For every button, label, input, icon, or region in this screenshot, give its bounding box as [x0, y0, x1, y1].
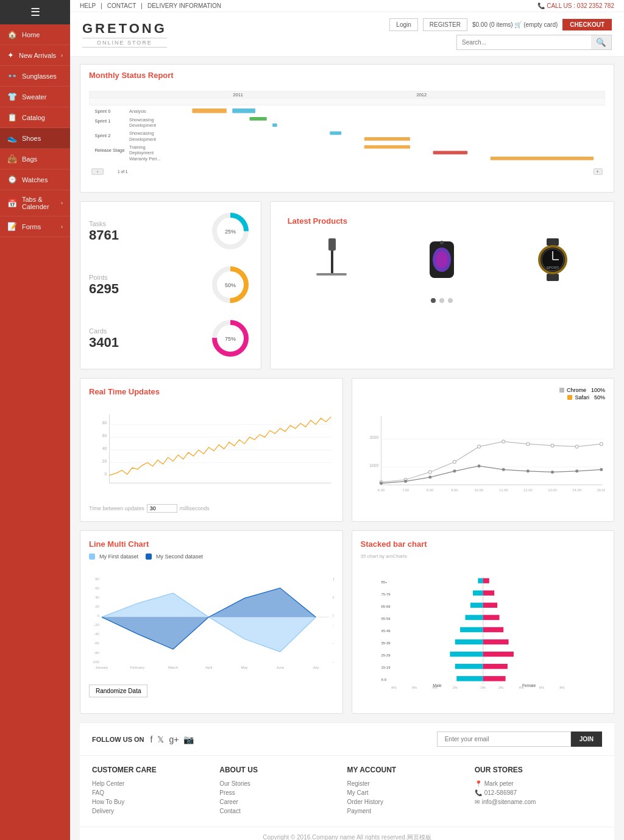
email-input[interactable] — [437, 731, 571, 747]
selfie-stick-image — [304, 235, 359, 284]
follow-icons: f 𝕏 g+ 📷 — [151, 735, 194, 744]
customer-care-title: CUSTOMER CARE — [92, 766, 219, 774]
register-button[interactable]: REGISTER — [423, 18, 467, 31]
svg-rect-143 — [450, 652, 483, 657]
sidebar-label-tabs-calender: Tabs & Calender — [22, 196, 61, 210]
store-name: 📍 Mark peter — [475, 780, 602, 787]
svg-point-85 — [477, 445, 480, 448]
sidebar-item-sunglasses[interactable]: 👓 Sunglasses — [0, 66, 70, 87]
faq-link[interactable]: FAQ — [92, 789, 219, 796]
svg-text:6%: 6% — [539, 686, 544, 689]
sidebar-item-home[interactable]: 🏠 Home — [0, 24, 70, 45]
contact-link[interactable]: CONTACT — [107, 2, 136, 9]
our-stories-link[interactable]: Our Stories — [219, 780, 347, 787]
svg-text:Male: Male — [433, 684, 442, 688]
twitter-icon[interactable]: 𝕏 — [157, 735, 164, 744]
brand-name: GRETONG — [82, 21, 167, 37]
chevron-right-icon-3: › — [61, 224, 63, 230]
search-button[interactable]: 🔍 — [591, 35, 611, 49]
product-dots — [279, 298, 605, 303]
svg-text:10.00: 10.00 — [474, 488, 483, 492]
store-person-name: Mark peter — [484, 780, 514, 787]
phone-store-icon: 📞 — [475, 789, 482, 796]
sidebar-toggle[interactable]: ☰ — [0, 0, 70, 24]
sidebar-item-catalog[interactable]: 📋 Catalog — [0, 107, 70, 128]
svg-text:6.00: 6.00 — [377, 488, 385, 492]
help-link[interactable]: HELP — [80, 2, 96, 9]
product-watch: SPORT — [525, 235, 580, 286]
store-phone-number: 012-586987 — [484, 789, 517, 796]
svg-text:100: 100 — [333, 577, 334, 581]
shoes-icon: 👟 — [7, 133, 17, 143]
stacked-subtitle: 35 chart by amCharts — [361, 553, 606, 559]
checkout-button[interactable]: CHECKOUT — [562, 19, 612, 30]
stats-products-row: Tasks 8761 25% Points 6 — [80, 201, 614, 369]
line-multi-title: Line Multi Chart — [89, 539, 334, 549]
svg-text:Sprint 1: Sprint 1 — [94, 118, 110, 124]
instagram-icon[interactable]: 📷 — [183, 735, 194, 744]
stacked-chart: 85+ 75-79 65-69 55-59 45-49 35-39 25-29 … — [361, 563, 606, 703]
svg-text:Deployment: Deployment — [129, 150, 154, 155]
help-center-link[interactable]: Help Center — [92, 780, 219, 787]
svg-text:Training: Training — [129, 144, 146, 150]
press-link[interactable]: Press — [219, 789, 347, 796]
svg-rect-3 — [89, 98, 605, 105]
sidebar-label-shoes: Shoes — [22, 135, 41, 142]
facebook-icon[interactable]: f — [151, 735, 153, 744]
our-stores-title: OUR STORES — [475, 766, 602, 774]
svg-rect-46 — [547, 238, 559, 246]
calendar-icon: 📅 — [7, 199, 17, 208]
header-actions: Login REGISTER $0.00 (0 items) 🛒 (empty … — [389, 18, 612, 31]
how-to-buy-link[interactable]: How To Buy — [92, 799, 219, 805]
sidebar-item-new-arrivals[interactable]: ✦ New Arrivals › — [0, 45, 70, 66]
line-multi-panel: Line Multi Chart My First dataset My Sec… — [80, 530, 343, 714]
randomize-button[interactable]: Randomize Data — [89, 685, 147, 697]
follow-section: FOLLOW US ON f 𝕏 g+ 📷 — [92, 735, 194, 744]
join-button[interactable]: JOIN — [571, 731, 602, 747]
dot-2[interactable] — [439, 298, 444, 303]
payment-link[interactable]: Payment — [347, 808, 475, 814]
sidebar-item-watches[interactable]: ⌚ Watches — [0, 169, 70, 190]
googleplus-icon[interactable]: g+ — [169, 735, 179, 744]
product-speaker — [414, 235, 469, 286]
brand-sub: ONLINE STORE — [82, 38, 167, 48]
svg-text:0%: 0% — [480, 686, 485, 689]
content-area: Monthly Status Report 2011 2012 Sprint 0… — [70, 57, 624, 840]
chevron-right-icon-2: › — [61, 200, 63, 206]
store-logo: GRETONG ONLINE STORE — [82, 21, 167, 48]
svg-text:June: June — [276, 666, 284, 669]
svg-point-83 — [428, 471, 431, 474]
sunglasses-icon: 👓 — [7, 71, 17, 80]
dot-1[interactable] — [431, 298, 436, 303]
tasks-text: Tasks 8761 — [89, 220, 210, 243]
contact-link-footer[interactable]: Contact — [219, 808, 347, 814]
sidebar-item-bags[interactable]: 👜 Bags — [0, 149, 70, 169]
footer-my-account: MY ACCOUNT Register My Cart Order Histor… — [347, 766, 475, 817]
career-link[interactable]: Career — [219, 799, 347, 805]
register-link[interactable]: Register — [347, 780, 475, 787]
dot-3[interactable] — [448, 298, 453, 303]
cart-icon: 🛒 — [514, 21, 523, 28]
sidebar-item-tabs-calender[interactable]: 📅 Tabs & Calender › — [0, 190, 70, 216]
order-history-link[interactable]: Order History — [347, 799, 475, 805]
follow-label: FOLLOW US ON — [92, 736, 144, 743]
delivery-link-footer[interactable]: Delivery — [92, 808, 219, 814]
svg-text:8%: 8% — [559, 686, 564, 689]
svg-text:13.00: 13.00 — [548, 488, 557, 492]
sidebar-item-forms[interactable]: 📝 Forms › — [0, 216, 70, 237]
svg-text:65-69: 65-69 — [381, 605, 390, 608]
svg-rect-22 — [364, 145, 410, 149]
svg-point-45 — [440, 241, 444, 244]
sidebar-item-sweater[interactable]: 👕 Sweater — [0, 87, 70, 107]
svg-text:0: 0 — [333, 614, 334, 618]
my-cart-link[interactable]: My Cart — [347, 789, 475, 796]
search-input[interactable] — [457, 35, 591, 49]
login-button[interactable]: Login — [389, 18, 417, 31]
sidebar-label-forms: Forms — [22, 223, 41, 230]
watches-icon: ⌚ — [7, 175, 17, 184]
sidebar-item-shoes[interactable]: 👟 Shoes — [0, 128, 70, 149]
svg-point-92 — [404, 480, 407, 483]
delivery-link[interactable]: DELIVERY INFORMATION — [147, 2, 221, 9]
time-unit: milliseconds — [180, 505, 210, 511]
time-input[interactable] — [147, 504, 177, 513]
